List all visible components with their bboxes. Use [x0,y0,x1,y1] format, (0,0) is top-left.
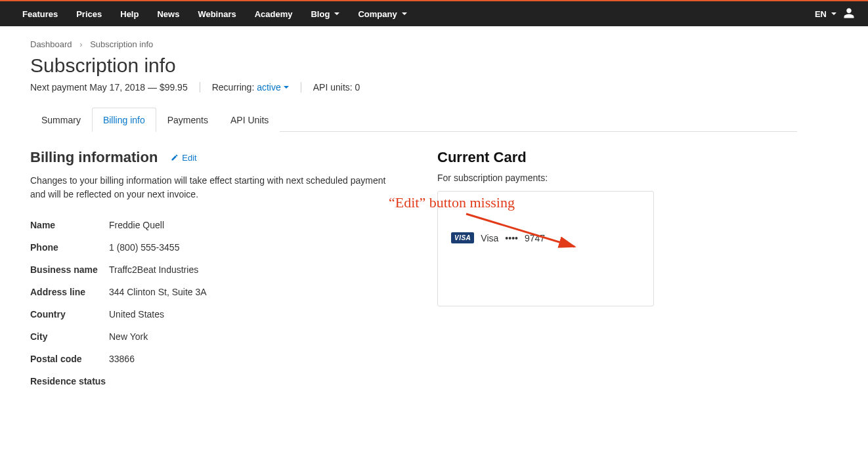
tab-summary[interactable]: Summary [30,108,92,132]
divider [200,82,200,93]
edit-billing-button[interactable]: Edit [171,153,196,163]
breadcrumb: Dashboard › Subscription info [30,39,797,49]
billing-info-description: Changes to your billing information will… [30,174,398,201]
next-payment-text: Next payment May 17, 2018 — $99.95 [30,82,188,93]
card-brand: Visa [481,233,498,243]
user-menu-icon[interactable] [843,7,855,21]
card-row: VISA Visa •••• 9747 [451,232,545,243]
chevron-down-icon [334,12,339,15]
top-navbar: Features Prices Help News Webinars Acade… [0,0,868,26]
breadcrumb-current: Subscription info [90,39,153,49]
value-city: New York [109,331,398,342]
recurring-status-dropdown[interactable]: active [257,82,289,93]
value-business-name: Traffc2Beat Industries [109,264,398,275]
value-phone: 1 (800) 555-3455 [109,242,398,253]
label-postal-code: Postal code [30,354,109,364]
label-city: City [30,331,109,342]
nav-blog[interactable]: Blog [301,2,349,26]
topnav: Features Prices Help News Webinars Acade… [13,2,416,26]
pencil-icon [171,154,179,161]
chevron-down-icon [402,12,407,15]
billing-info-section: Billing information Edit Changes to your… [30,149,398,386]
chevron-down-icon [284,86,289,89]
language-selector[interactable]: EN [815,9,836,19]
label-phone: Phone [30,242,109,253]
tabs: Summary Billing info Payments API Units [30,107,797,132]
label-business-name: Business name [30,264,109,275]
breadcrumb-dashboard[interactable]: Dashboard [30,39,72,49]
nav-news[interactable]: News [148,2,188,26]
label-name: Name [30,220,109,230]
label-address-line: Address line [30,287,109,297]
divider [301,82,301,93]
current-card-subtext: For subscription payments: [437,173,654,183]
tab-payments[interactable]: Payments [156,108,219,132]
billing-fields: Name Freddie Quell Phone 1 (800) 555-345… [30,220,398,386]
tab-billing-info[interactable]: Billing info [92,108,156,132]
recurring-block: Recurring: active [212,82,289,93]
current-card-heading: Current Card [437,149,654,166]
chevron-right-icon: › [79,39,82,49]
value-residence-status [109,376,398,386]
label-country: Country [30,309,109,320]
topnav-right: EN [815,7,855,21]
nav-help[interactable]: Help [111,2,148,26]
nav-company[interactable]: Company [349,2,416,26]
nav-academy[interactable]: Academy [246,2,302,26]
card-box: VISA Visa •••• 9747 [437,191,654,306]
chevron-down-icon [831,12,836,15]
subscription-summary-line: Next payment May 17, 2018 — $99.95 Recur… [30,82,797,93]
visa-badge-icon: VISA [451,232,474,243]
value-name: Freddie Quell [109,220,398,230]
nav-features[interactable]: Features [13,2,67,26]
value-country: United States [109,309,398,320]
api-units-text: API units: 0 [313,82,360,93]
nav-webinars[interactable]: Webinars [188,2,245,26]
value-address-line: 344 Clinton St, Suite 3A [109,287,398,297]
value-postal-code: 33866 [109,354,398,364]
current-card-section: Current Card For subscription payments: … [437,149,654,306]
card-last4: 9747 [525,233,545,243]
nav-prices[interactable]: Prices [67,2,111,26]
page-title: Subscription info [30,54,797,77]
label-residence-status: Residence status [30,376,109,386]
tab-api-units[interactable]: API Units [219,108,280,132]
card-mask: •••• [505,233,518,243]
billing-info-heading: Billing information [30,149,158,166]
